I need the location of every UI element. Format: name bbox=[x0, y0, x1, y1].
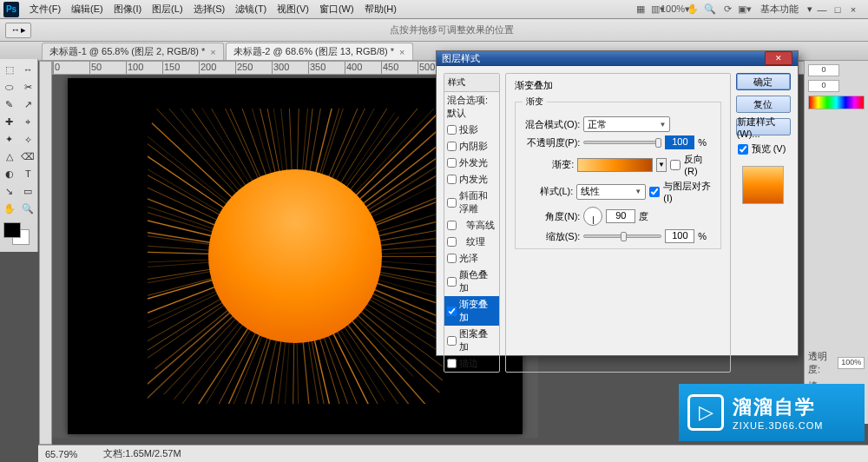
style-checkbox[interactable] bbox=[447, 221, 457, 230]
rotate-icon[interactable]: ⟳ bbox=[720, 3, 734, 16]
align-checkbox[interactable] bbox=[649, 187, 660, 197]
tool-button[interactable]: ⌖ bbox=[19, 113, 38, 130]
zoom-100-icon[interactable]: 100%▾ bbox=[668, 3, 682, 16]
style-item[interactable]: 纹理 bbox=[444, 234, 499, 250]
style-item[interactable]: 外发光 bbox=[444, 155, 499, 171]
svg-line-60 bbox=[148, 250, 210, 254]
tool-button[interactable]: ↗ bbox=[19, 96, 38, 113]
menu-item[interactable]: 文件(F) bbox=[24, 3, 66, 16]
tool-button[interactable]: ⌫ bbox=[19, 148, 38, 165]
style-item[interactable]: 图案叠加 bbox=[444, 326, 499, 355]
menu-item[interactable]: 图像(I) bbox=[108, 3, 147, 16]
style-checkbox[interactable] bbox=[447, 359, 457, 368]
close-window-button[interactable]: × bbox=[847, 4, 859, 15]
style-select[interactable]: 线性 bbox=[576, 184, 646, 200]
tool-button[interactable]: 🔍 bbox=[19, 200, 38, 217]
tool-button[interactable]: ⟡ bbox=[19, 130, 38, 148]
dialog-titlebar[interactable]: 图层样式 ✕ bbox=[437, 51, 798, 66]
opacity-label: 透明度: bbox=[808, 350, 834, 376]
close-icon[interactable]: × bbox=[399, 47, 404, 57]
style-checkbox[interactable] bbox=[447, 175, 457, 184]
menu-item[interactable]: 图层(L) bbox=[147, 3, 187, 16]
new-style-button[interactable]: 新建样式(W)... bbox=[736, 118, 791, 135]
value-a[interactable]: 0 bbox=[808, 64, 839, 76]
svg-line-12 bbox=[363, 307, 443, 374]
workspace-label[interactable]: 基本功能 bbox=[755, 3, 804, 16]
opacity-slider[interactable] bbox=[583, 141, 661, 144]
style-checkbox[interactable] bbox=[447, 277, 457, 287]
menu-item[interactable]: 帮助(H) bbox=[359, 3, 402, 16]
tool-button[interactable]: ⬚ bbox=[0, 61, 19, 78]
blend-mode-select[interactable]: 正常 bbox=[583, 116, 670, 132]
maximize-button[interactable]: □ bbox=[832, 4, 844, 15]
menu-item[interactable]: 编辑(E) bbox=[66, 3, 108, 16]
reverse-checkbox[interactable] bbox=[670, 160, 681, 170]
document-tab[interactable]: 未标题-2 @ 68.6% (图层 13, RGB/8) * × bbox=[226, 43, 413, 60]
style-item[interactable]: 颜色叠加 bbox=[444, 267, 499, 296]
document-tab[interactable]: 未标题-1 @ 65.8% (图层 2, RGB/8) * × bbox=[42, 43, 224, 60]
watermark-logo-icon: ▷ bbox=[687, 394, 724, 431]
gradient-dropdown[interactable]: ▼ bbox=[656, 158, 667, 172]
gradient-preview[interactable] bbox=[577, 158, 652, 172]
close-icon[interactable]: × bbox=[210, 47, 215, 57]
preview-toggle[interactable]: 预览 (V) bbox=[738, 142, 791, 155]
menu-item[interactable]: 窗口(W) bbox=[314, 3, 359, 16]
style-checkbox[interactable] bbox=[447, 336, 457, 346]
preview-checkbox[interactable] bbox=[738, 144, 748, 155]
scale-slider[interactable] bbox=[583, 234, 661, 238]
style-item[interactable]: 光泽 bbox=[444, 250, 499, 267]
style-checkbox[interactable] bbox=[447, 307, 457, 316]
angle-dial[interactable] bbox=[583, 207, 602, 226]
menu-item[interactable]: 选择(S) bbox=[188, 3, 231, 16]
zoom-level[interactable]: 65.79% bbox=[45, 449, 77, 459]
style-checkbox[interactable] bbox=[447, 198, 457, 208]
zoom-icon[interactable]: 🔍 bbox=[703, 3, 717, 16]
style-item[interactable]: 渐变叠加 bbox=[444, 296, 499, 326]
tool-button[interactable]: ◐ bbox=[0, 165, 19, 182]
color-swatches[interactable] bbox=[0, 221, 38, 248]
foreground-color-swatch[interactable] bbox=[3, 222, 21, 238]
tool-button[interactable]: ✚ bbox=[0, 113, 19, 130]
tool-button[interactable]: ⬭ bbox=[0, 78, 19, 96]
minimize-button[interactable]: — bbox=[816, 4, 828, 15]
toolbox: ⬚↔⬭✂✎↗✚⌖✦⟡△⌫◐T↘▭✋🔍 bbox=[0, 59, 38, 252]
style-checkbox[interactable] bbox=[447, 125, 457, 135]
doc-info[interactable]: 文档:1.65M/2.57M bbox=[103, 447, 181, 460]
style-item[interactable]: 内发光 bbox=[444, 171, 499, 188]
dialog-close-button[interactable]: ✕ bbox=[765, 51, 792, 65]
screen-mode-icon[interactable]: ▣▾ bbox=[738, 3, 752, 16]
style-item[interactable]: 等高线 bbox=[444, 217, 499, 234]
scale-input[interactable]: 100 bbox=[665, 229, 694, 243]
style-item[interactable]: 描边 bbox=[444, 355, 499, 372]
menu-item[interactable]: 视图(V) bbox=[272, 3, 314, 16]
menu-item[interactable]: 滤镜(T) bbox=[230, 3, 272, 16]
style-checkbox[interactable] bbox=[447, 237, 457, 247]
color-ramp[interactable] bbox=[808, 96, 865, 109]
ok-button[interactable]: 确定 bbox=[736, 73, 791, 90]
style-checkbox[interactable] bbox=[447, 254, 457, 263]
tool-button[interactable]: ✂ bbox=[19, 78, 38, 96]
hand-icon[interactable]: ✋ bbox=[686, 3, 700, 16]
tool-button[interactable]: ✦ bbox=[0, 130, 19, 148]
tool-button[interactable]: T bbox=[19, 165, 38, 182]
style-item[interactable]: 斜面和浮雕 bbox=[444, 188, 499, 217]
tool-button[interactable]: ✋ bbox=[0, 200, 19, 217]
style-item[interactable]: 混合选项:默认 bbox=[444, 92, 499, 122]
style-item[interactable]: 投影 bbox=[444, 122, 499, 138]
layer-opacity[interactable]: 100% bbox=[838, 357, 865, 369]
style-checkbox[interactable] bbox=[447, 142, 457, 151]
style-checkbox[interactable] bbox=[447, 158, 457, 168]
tool-button[interactable]: ↔ bbox=[19, 61, 38, 78]
workspace-dropdown-icon[interactable]: ▾ bbox=[807, 3, 812, 15]
tool-button[interactable]: ↘ bbox=[0, 182, 19, 200]
angle-input[interactable]: 90 bbox=[606, 209, 635, 223]
opacity-input[interactable]: 100 bbox=[665, 135, 694, 149]
tool-preset[interactable]: ↔▸ bbox=[5, 23, 31, 38]
reset-button[interactable]: 复位 bbox=[736, 96, 791, 113]
tool-button[interactable]: △ bbox=[0, 148, 19, 165]
bridge-icon[interactable]: ▦ bbox=[634, 3, 648, 16]
tool-button[interactable]: ✎ bbox=[0, 96, 19, 113]
style-item[interactable]: 内阴影 bbox=[444, 138, 499, 155]
value-b[interactable]: 0 bbox=[808, 80, 839, 92]
tool-button[interactable]: ▭ bbox=[19, 182, 38, 200]
